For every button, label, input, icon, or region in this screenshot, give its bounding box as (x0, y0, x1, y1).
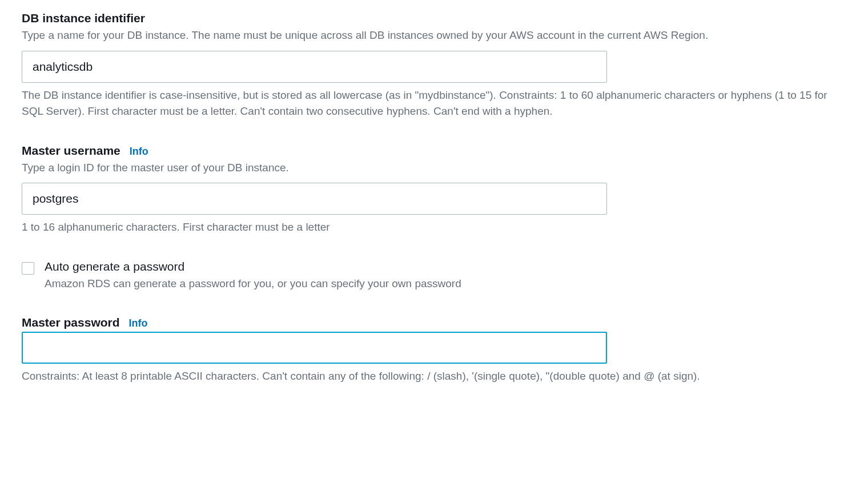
master-password-info-link[interactable]: Info (129, 317, 148, 329)
master-username-info-link[interactable]: Info (130, 146, 148, 158)
master-username-help: 1 to 16 alphanumeric characters. First c… (22, 219, 846, 236)
auto-generate-password-checkbox[interactable] (22, 262, 34, 275)
master-password-input[interactable] (22, 332, 607, 364)
auto-generate-password-description: Amazon RDS can generate a password for y… (45, 276, 846, 292)
db-identifier-input[interactable] (22, 51, 607, 83)
master-password-help: Constraints: At least 8 printable ASCII … (22, 368, 846, 385)
master-password-section: Master password Info Constraints: At lea… (22, 316, 846, 385)
db-identifier-label-text: DB instance identifier (22, 11, 145, 25)
auto-generate-password-label: Auto generate a password (45, 260, 846, 273)
db-identifier-description: Type a name for your DB instance. The na… (22, 27, 846, 44)
master-username-input[interactable] (22, 183, 607, 215)
master-username-label-text: Master username (22, 144, 120, 158)
master-username-section: Master username Info Type a login ID for… (22, 144, 846, 236)
db-identifier-help: The DB instance identifier is case-insen… (22, 87, 846, 120)
master-username-description: Type a login ID for the master user of y… (22, 160, 846, 176)
auto-generate-password-content: Auto generate a password Amazon RDS can … (45, 260, 846, 292)
db-identifier-label: DB instance identifier (22, 11, 846, 25)
db-identifier-section: DB instance identifier Type a name for y… (22, 11, 846, 120)
master-username-label: Master username Info (22, 144, 846, 158)
auto-generate-password-row: Auto generate a password Amazon RDS can … (22, 260, 846, 292)
master-password-label-text: Master password (22, 316, 120, 329)
master-password-label: Master password Info (22, 316, 846, 329)
